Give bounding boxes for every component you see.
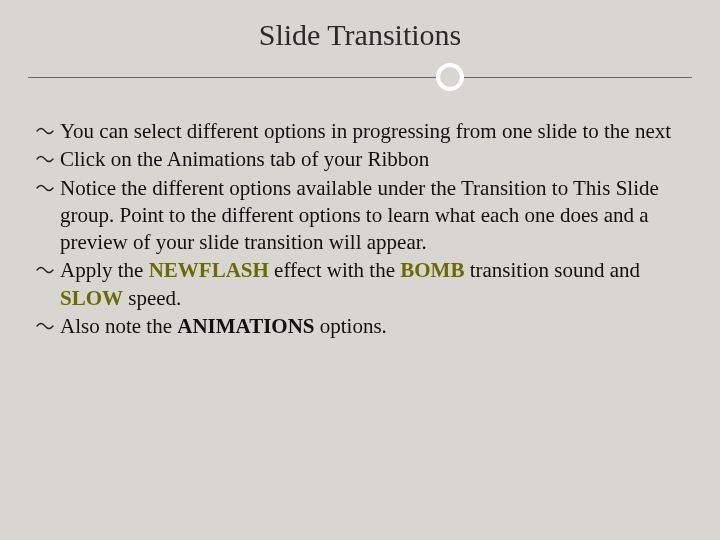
bullet-text-segment: Notice the different options available u… <box>60 176 659 255</box>
list-item: Apply the NEWFLASH effect with the BOMB … <box>36 257 684 312</box>
bullet-text-segment: options. <box>315 314 387 338</box>
bullet-text-segment: Also note the <box>60 314 177 338</box>
slide-title: Slide Transitions <box>28 18 692 52</box>
bullet-text-segment: ANIMATIONS <box>177 314 314 338</box>
bullet-text-segment: You can select different options in prog… <box>60 119 671 143</box>
bullet-list: You can select different options in prog… <box>36 118 684 340</box>
slide: Slide Transitions You can select differe… <box>0 0 720 540</box>
list-item: Notice the different options available u… <box>36 175 684 257</box>
divider-circle-icon <box>436 63 464 91</box>
bullet-text-segment: Apply the <box>60 258 149 282</box>
bullet-text-segment: Click on the Animations tab of your Ribb… <box>60 147 429 171</box>
bullet-text-segment: speed. <box>123 286 181 310</box>
title-divider <box>28 62 692 92</box>
list-item: Also note the ANIMATIONS options. <box>36 313 684 340</box>
divider-line <box>28 77 692 78</box>
bullet-text-segment: effect with the <box>269 258 400 282</box>
list-item: You can select different options in prog… <box>36 118 684 145</box>
wave-bullet-icon <box>36 263 54 277</box>
wave-bullet-icon <box>36 181 54 195</box>
bullet-text-segment: SLOW <box>60 286 123 310</box>
wave-bullet-icon <box>36 152 54 166</box>
content-area: You can select different options in prog… <box>28 118 692 340</box>
bullet-text-segment: NEWFLASH <box>149 258 269 282</box>
title-area: Slide Transitions <box>28 18 692 92</box>
wave-bullet-icon <box>36 319 54 333</box>
bullet-text-segment: BOMB <box>400 258 464 282</box>
list-item: Click on the Animations tab of your Ribb… <box>36 146 684 173</box>
bullet-text-segment: transition sound and <box>464 258 640 282</box>
wave-bullet-icon <box>36 124 54 138</box>
